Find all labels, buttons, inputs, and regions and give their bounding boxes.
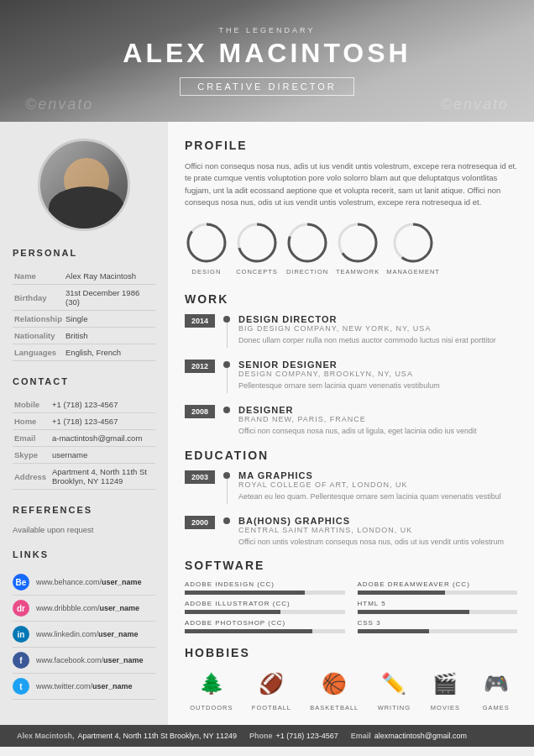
header-title-box: CREATIVE DIRECTOR [180, 77, 354, 96]
main-layout: PERSONAL NameAlex Ray MacintoshBirthday3… [0, 122, 534, 725]
hobby-item: 🏀 BASKETBALL [310, 668, 359, 711]
hobby-icon: 🎬 [429, 668, 461, 700]
references-section-title: REFERENCES [13, 505, 155, 518]
header-name: ALEX MACINTOSH [123, 38, 411, 69]
job-desc: Aetean eu leo quam. Pellentesque ornare … [238, 491, 517, 502]
personal-section: PERSONAL NameAlex Ray MacintoshBirthday3… [13, 248, 155, 361]
profile-text: Offici non consequs nosa nus, adis ut iu… [185, 160, 517, 208]
personal-label: Nationality [13, 328, 64, 344]
timeline-content: MA GRAPHICS ROYAL COLLEGE OF ART, LONDON… [238, 470, 517, 502]
software-name: ADOBE INDESIGN (CC) [185, 580, 345, 588]
contact-row: Mobile+1 (718) 123-4567 [13, 396, 155, 413]
job-desc: Offici non consequs nosa nus, adis ut li… [238, 426, 517, 437]
link-item[interactable]: dr www.dribbble.com/user_name [13, 596, 155, 622]
references-text: Available upon request [13, 525, 155, 534]
contact-label: Email [13, 430, 50, 447]
skill-label: DIRECTION [286, 268, 328, 276]
software-item: ADOBE PHOTOSHOP (CC) [185, 619, 345, 633]
footer-phone-label: Phone [249, 732, 273, 740]
contact-label: Address [13, 464, 50, 490]
header-content: THE LEGENDARY ALEX MACINTOSH CREATIVE DI… [123, 26, 411, 96]
personal-label: Birthday [13, 285, 64, 311]
timeline-dot [223, 517, 230, 524]
personal-label: Relationship [13, 311, 64, 328]
software-name: ADOBE PHOTOSHOP (CC) [185, 619, 345, 627]
job-company: DESIGN COMPANY, BROOKLYN, NY, USA [238, 370, 517, 378]
software-bar-fill [358, 629, 430, 633]
software-name: ADOBE DREAMWEAVER (CC) [358, 580, 518, 588]
software-section-title: SOFTWARE [185, 559, 517, 572]
contact-row: Emaila-mactintosh@gmail.com [13, 430, 155, 447]
job-desc: Offici non untis volestrum consequs nosa… [238, 537, 517, 548]
software-item: ADOBE ILLUSTRATOR (CC) [185, 600, 345, 614]
software-item: ADOBE INDESIGN (CC) [185, 580, 345, 595]
link-item[interactable]: in www.linkedin.com/user_name [13, 622, 155, 648]
link-text: www.behance.com/user_name [36, 578, 142, 586]
personal-label: Name [13, 268, 64, 285]
software-item: HTML 5 [358, 600, 518, 614]
software-name: HTML 5 [358, 600, 518, 607]
skill-label: MANAGEMENT [386, 268, 440, 276]
links-section-title: LINKS [13, 549, 155, 563]
personal-row: LanguagesEnglish, French [13, 344, 155, 361]
personal-row: RelationshipSingle [13, 311, 155, 328]
software-bar-bg [358, 629, 518, 633]
timeline-item: 2012 SENIOR DESIGNER DESIGN COMPANY, BRO… [185, 360, 517, 393]
profile-section-title: PROFILE [185, 139, 517, 152]
header: ©envato ©envato THE LEGENDARY ALEX MACIN… [0, 0, 534, 122]
hobby-label: WRITING [378, 704, 411, 711]
footer-phone-value: +1 (718) 123-4567 [275, 732, 338, 740]
avatar [38, 139, 130, 231]
contact-value: Apartment 4, North 11th St Brooklyn, NY … [50, 464, 155, 490]
year-badge: 2000 [185, 516, 215, 529]
work-container: 2014 DESIGN DIRECTOR BIG DESIGN COMPANY,… [185, 314, 517, 437]
timeline-content: DESIGN DIRECTOR BIG DESIGN COMPANY, NEW … [238, 314, 517, 346]
software-item: CSS 3 [358, 619, 518, 633]
hobby-item: 🎬 MOVIES [429, 668, 461, 711]
link-icon: Be [13, 574, 29, 591]
hobby-icon: 🏈 [255, 668, 287, 700]
education-container: 2003 MA GRAPHICS ROYAL COLLEGE OF ART, L… [185, 470, 517, 548]
links-container: Be www.behance.com/user_name dr www.drib… [13, 570, 155, 700]
software-bar-fill [185, 591, 305, 595]
job-title: BA(HONS) GRAPHICS [238, 516, 517, 526]
hobby-label: MOVIES [431, 704, 460, 711]
footer-phone: Phone +1 (718) 123-4567 [249, 732, 338, 740]
software-bar-bg [358, 591, 518, 595]
contact-section: CONTACT Mobile+1 (718) 123-4567Home+1 (7… [13, 376, 155, 490]
footer: Alex Macintosh, Apartment 4, North 11th … [0, 725, 534, 747]
software-bar-fill [358, 610, 469, 614]
hobby-label: OUTDOORS [190, 704, 233, 711]
skill-svg [235, 221, 279, 265]
job-title: DESIGN DIRECTOR [238, 314, 517, 324]
skill-label: TEAMWORK [336, 268, 380, 276]
year-badge: 2008 [185, 405, 215, 418]
skill-svg [391, 221, 435, 265]
contact-table: Mobile+1 (718) 123-4567Home+1 (718) 123-… [13, 396, 155, 490]
link-item[interactable]: f www.facebook.com/user_name [13, 648, 155, 674]
contact-value: username [50, 447, 155, 464]
hobby-item: 🏈 FOOTBALL [252, 668, 291, 711]
link-item[interactable]: Be www.behance.com/user_name [13, 570, 155, 596]
avatar-container [13, 139, 155, 231]
timeline-dot-line [223, 314, 230, 348]
link-icon: t [13, 678, 29, 695]
skill-svg [285, 221, 329, 265]
hobby-item: 🌲 OUTDOORS [190, 668, 233, 711]
contact-label: Home [13, 413, 50, 430]
timeline-dot [223, 316, 230, 323]
software-name: ADOBE ILLUSTRATOR (CC) [185, 600, 345, 607]
hobby-item: ✏️ WRITING [378, 668, 411, 711]
software-name: CSS 3 [358, 619, 518, 627]
contact-value: +1 (718) 123-4567 [50, 396, 155, 413]
hobby-label: FOOTBALL [252, 704, 291, 711]
software-bar-fill [185, 610, 280, 614]
contact-section-title: CONTACT [13, 376, 155, 390]
job-company: ROYAL COLLEGE OF ART, LONDON, UK [238, 480, 517, 489]
link-item[interactable]: t www.twitter.com/user_name [13, 674, 155, 700]
hobby-icon: 🌲 [196, 668, 228, 700]
link-icon: dr [13, 600, 29, 617]
footer-address: Apartment 4, North 11th St Brooklyn, NY … [78, 732, 237, 740]
job-company: CENTRAL SAINT MARTINS, LONDON, UK [238, 526, 517, 534]
skills-row: DESIGN CONCEPTS DIRECTION TEAMWORK MANAG… [185, 221, 517, 276]
